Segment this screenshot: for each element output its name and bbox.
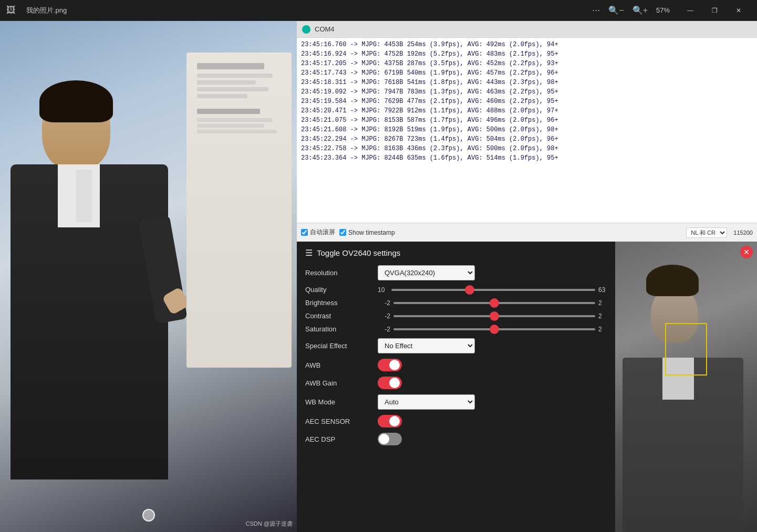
- aec-sensor-toggle[interactable]: [378, 415, 402, 427]
- hamburger-icon[interactable]: ☰: [305, 248, 313, 258]
- brightness-control: -2 2: [378, 299, 607, 307]
- aec-dsp-label: AEC DSP: [305, 435, 374, 443]
- settings-left: ☰ Toggle OV2640 settings Resolution UXGA…: [297, 242, 615, 532]
- awb-slider: [378, 359, 402, 371]
- log-line: 23:45:17.205 -> MJPG: 4375B 287ms (3.5fp…: [301, 59, 753, 68]
- preview-close-button[interactable]: ✕: [740, 246, 753, 258]
- close-button[interactable]: ✕: [727, 0, 751, 21]
- contrast-min-val: -2: [378, 312, 390, 320]
- awb-toggle[interactable]: [378, 359, 402, 371]
- contrast-slider-wrap: -2 2: [378, 312, 607, 320]
- log-line: 23:45:22.758 -> MJPG: 8163B 436ms (2.3fp…: [301, 144, 753, 153]
- settings-title: Toggle OV2640 settings: [317, 248, 400, 257]
- log-line: 23:45:22.294 -> MJPG: 8267B 723ms (1.4fp…: [301, 134, 753, 144]
- background-board: [181, 53, 297, 420]
- file-icon: 🖼: [6, 5, 18, 16]
- timestamp-checkbox-wrap[interactable]: Show timestamp: [339, 229, 395, 236]
- special-effect-select[interactable]: No EffectNegativeGrayscaleRed TintGreen …: [378, 338, 475, 353]
- photo-background: CSDN @源子逆袭: [0, 21, 297, 532]
- aec-dsp-toggle[interactable]: [378, 433, 402, 445]
- aec-dsp-slider: [378, 433, 402, 445]
- contrast-max-val: 2: [598, 312, 607, 320]
- quality-control: 10 63: [378, 286, 607, 294]
- serial-log-area[interactable]: 23:45:16.760 -> MJPG: 4453B 254ms (3.9fp…: [297, 38, 757, 223]
- brightness-label: Brightness: [305, 299, 374, 307]
- quality-slider[interactable]: [391, 289, 595, 291]
- timestamp-checkbox[interactable]: [339, 229, 346, 236]
- quality-min-val: 10: [378, 286, 388, 294]
- wb-mode-row: WB Mode AutoSunnyCloudyOfficeHome: [305, 394, 607, 410]
- saturation-row: Saturation -2 2: [305, 325, 607, 333]
- minimize-button[interactable]: —: [678, 0, 702, 21]
- aec-dsp-control: [378, 433, 607, 445]
- log-line: 23:45:23.364 -> MJPG: 8244B 635ms (1.6fp…: [301, 153, 753, 163]
- aec-dsp-row: AEC DSP: [305, 433, 607, 445]
- quality-row: Quality 10 63: [305, 286, 607, 294]
- window-controls: — ❐ ✕: [678, 0, 751, 21]
- saturation-label: Saturation: [305, 325, 374, 333]
- resolution-select[interactable]: UXGA(1600x1200)SXGA(1280x1024)XGA(1024x7…: [378, 265, 475, 280]
- camera-preview-image: ✕: [615, 242, 757, 532]
- maximize-button[interactable]: ❐: [702, 0, 727, 21]
- camera-preview: ✕: [615, 242, 757, 532]
- auto-scroll-checkbox[interactable]: [301, 229, 308, 236]
- saturation-slider[interactable]: [393, 328, 595, 330]
- awb-gain-row: AWB Gain: [305, 377, 607, 389]
- awb-gain-label: AWB Gain: [305, 379, 374, 387]
- settings-header: ☰ Toggle OV2640 settings: [305, 248, 607, 258]
- photo-viewer: CSDN @源子逆袭: [0, 21, 297, 532]
- special-effect-label: Special Effect: [305, 342, 374, 350]
- log-line: 23:45:16.760 -> MJPG: 4453B 254ms (3.9fp…: [301, 40, 753, 49]
- log-line: 23:45:21.075 -> MJPG: 8153B 587ms (1.7fp…: [301, 116, 753, 125]
- right-panel: COM4 23:45:16.760 -> MJPG: 4453B 254ms (…: [297, 21, 757, 532]
- serial-title-bar: COM4: [297, 21, 757, 38]
- zoom-percentage: 57%: [656, 6, 670, 14]
- com-port-title: COM4: [315, 25, 335, 33]
- auto-scroll-checkbox-wrap[interactable]: 自动滚屏: [301, 228, 335, 237]
- zoom-out-button[interactable]: 🔍−: [608, 5, 624, 15]
- face-detection-box: [665, 323, 707, 375]
- contrast-slider[interactable]: [393, 315, 595, 317]
- zoom-in-button[interactable]: 🔍+: [632, 5, 648, 15]
- contrast-control: -2 2: [378, 312, 607, 320]
- awb-gain-control: [378, 377, 607, 389]
- contrast-label: Contrast: [305, 312, 374, 320]
- saturation-max-val: 2: [598, 326, 607, 333]
- window-title: 我的照片.png: [26, 6, 584, 15]
- contrast-row: Contrast -2 2: [305, 312, 607, 320]
- log-line: 23:45:19.092 -> MJPG: 7947B 783ms (1.3fp…: [301, 87, 753, 97]
- brightness-slider[interactable]: [393, 302, 595, 304]
- camera-person: [615, 242, 757, 532]
- auto-scroll-label: 自动滚屏: [310, 228, 335, 237]
- awb-control: [378, 359, 607, 371]
- com-indicator: [302, 25, 310, 34]
- resolution-label: Resolution: [305, 269, 374, 277]
- resolution-row: Resolution UXGA(1600x1200)SXGA(1280x1024…: [305, 265, 607, 280]
- quality-slider-wrap: 10 63: [378, 286, 607, 294]
- aec-sensor-label: AEC SENSOR: [305, 418, 374, 425]
- log-line: 23:45:16.924 -> MJPG: 4752B 192ms (5.2fp…: [301, 49, 753, 59]
- quality-max-val: 63: [598, 286, 607, 294]
- window-menu-button[interactable]: ···: [592, 5, 600, 16]
- serial-footer: 自动滚屏 Show timestamp NL 和 CR 115200: [297, 223, 757, 242]
- brightness-slider-wrap: -2 2: [378, 299, 607, 307]
- timestamp-label: Show timestamp: [348, 229, 395, 236]
- photo-nav-dot[interactable]: [142, 509, 155, 521]
- window-title-bar: 🖼 我的照片.png ··· 🔍− 🔍+ 57% — ❐ ✕: [0, 0, 757, 21]
- log-line: 23:45:18.311 -> MJPG: 7618B 541ms (1.8fp…: [301, 78, 753, 87]
- log-line: 23:45:20.471 -> MJPG: 7922B 912ms (1.1fp…: [301, 106, 753, 116]
- log-line: 23:45:17.743 -> MJPG: 6719B 540ms (1.9fp…: [301, 68, 753, 78]
- aec-sensor-row: AEC SENSOR: [305, 415, 607, 427]
- saturation-min-val: -2: [378, 326, 390, 333]
- main-content: CSDN @源子逆袭 COM4 23:45:16.760 -> MJPG: 44…: [0, 21, 757, 532]
- aec-sensor-control: [378, 415, 607, 427]
- awb-gain-toggle[interactable]: [378, 377, 402, 389]
- brightness-row: Brightness -2 2: [305, 299, 607, 307]
- newline-select[interactable]: NL 和 CR: [686, 227, 727, 238]
- watermark: CSDN @源子逆袭: [246, 520, 293, 528]
- brightness-max-val: 2: [598, 299, 607, 307]
- wb-mode-control: AutoSunnyCloudyOfficeHome: [378, 394, 607, 410]
- brightness-min-val: -2: [378, 299, 390, 307]
- wb-mode-select[interactable]: AutoSunnyCloudyOfficeHome: [378, 394, 475, 410]
- settings-panel: ☰ Toggle OV2640 settings Resolution UXGA…: [297, 242, 757, 532]
